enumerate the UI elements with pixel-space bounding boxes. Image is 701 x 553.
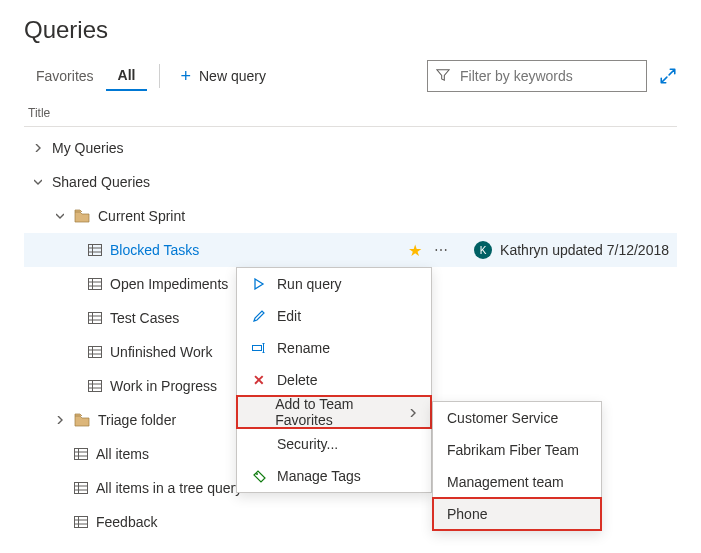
tree-node-my-queries[interactable]: My Queries	[24, 131, 677, 165]
menu-manage-tags[interactable]: Manage Tags	[237, 460, 431, 492]
query-icon	[88, 346, 102, 358]
menu-label: Delete	[277, 372, 317, 388]
submenu-label: Phone	[447, 506, 487, 522]
filter-input[interactable]	[427, 60, 647, 92]
more-actions-button[interactable]: ⋯	[430, 242, 454, 258]
filter-text[interactable]	[458, 67, 638, 85]
expand-icon[interactable]	[659, 67, 677, 85]
star-icon[interactable]: ★	[408, 241, 422, 260]
query-icon	[74, 516, 88, 528]
query-icon	[88, 244, 102, 256]
svg-point-36	[256, 473, 258, 475]
menu-add-team-favorites[interactable]: Add to Team Favorites	[237, 396, 431, 428]
tree-node-current-sprint[interactable]: Current Sprint	[24, 199, 677, 233]
submenu-label: Fabrikam Fiber Team	[447, 442, 579, 458]
tree-query-icon	[74, 482, 88, 494]
svg-rect-20	[75, 449, 88, 460]
tree-node-shared-queries[interactable]: Shared Queries	[24, 165, 677, 199]
menu-delete[interactable]: ✕ Delete	[237, 364, 431, 396]
tree-item-blocked-tasks[interactable]: Blocked Tasks ★ ⋯ K Kathryn updated 7/12…	[24, 233, 677, 267]
menu-label: Security...	[277, 436, 338, 452]
svg-rect-28	[75, 517, 88, 528]
menu-label: Manage Tags	[277, 468, 361, 484]
plus-icon: +	[180, 67, 191, 85]
menu-label: Run query	[277, 276, 342, 292]
submenu-label: Management team	[447, 474, 564, 490]
svg-rect-4	[89, 279, 102, 290]
menu-edit[interactable]: Edit	[237, 300, 431, 332]
delete-icon: ✕	[251, 372, 267, 388]
query-icon	[74, 448, 88, 460]
tag-icon	[251, 470, 267, 483]
toolbar: Favorites All + New query	[24, 60, 677, 92]
item-meta: Kathryn updated 7/12/2018	[500, 242, 669, 258]
submenu-item[interactable]: Customer Service	[433, 402, 601, 434]
query-icon	[88, 278, 102, 290]
separator	[159, 64, 160, 88]
tree-label: My Queries	[52, 140, 669, 156]
folder-icon	[74, 209, 90, 223]
svg-rect-8	[89, 313, 102, 324]
chevron-right-icon	[409, 404, 417, 420]
chevron-right-icon[interactable]	[32, 144, 44, 152]
play-icon	[251, 278, 267, 290]
chevron-down-icon[interactable]	[32, 178, 44, 186]
rename-icon	[251, 343, 267, 353]
pencil-icon	[251, 310, 267, 322]
team-favorites-submenu: Customer Service Fabrikam Fiber Team Man…	[432, 401, 602, 531]
avatar: K	[474, 241, 492, 259]
svg-rect-12	[89, 347, 102, 358]
chevron-down-icon[interactable]	[54, 212, 66, 220]
svg-rect-24	[75, 483, 88, 494]
submenu-item[interactable]: Fabrikam Fiber Team	[433, 434, 601, 466]
query-tree: My Queries Shared Queries Current Sprint…	[24, 131, 677, 539]
menu-rename[interactable]: Rename	[237, 332, 431, 364]
menu-label: Edit	[277, 308, 301, 324]
svg-rect-0	[89, 245, 102, 256]
chevron-right-icon[interactable]	[54, 416, 66, 424]
tree-label: Blocked Tasks	[110, 242, 400, 258]
svg-rect-32	[253, 346, 262, 351]
tab-favorites[interactable]: Favorites	[24, 62, 106, 90]
menu-run-query[interactable]: Run query	[237, 268, 431, 300]
new-query-button[interactable]: + New query	[172, 63, 273, 89]
query-icon	[88, 312, 102, 324]
column-title: Title	[24, 100, 677, 127]
filter-icon	[436, 68, 450, 85]
menu-security[interactable]: Security...	[237, 428, 431, 460]
submenu-label: Customer Service	[447, 410, 558, 426]
new-query-label: New query	[199, 68, 266, 84]
submenu-item-phone[interactable]: Phone	[433, 498, 601, 530]
tree-label: Current Sprint	[98, 208, 669, 224]
folder-icon	[74, 413, 90, 427]
menu-label: Rename	[277, 340, 330, 356]
tab-all[interactable]: All	[106, 61, 148, 91]
query-icon	[88, 380, 102, 392]
svg-rect-16	[89, 381, 102, 392]
page-title: Queries	[24, 16, 677, 44]
context-menu: Run query Edit Rename ✕ Delete Add to Te…	[236, 267, 432, 493]
tree-label: Shared Queries	[52, 174, 669, 190]
menu-label: Add to Team Favorites	[275, 396, 399, 428]
submenu-item[interactable]: Management team	[433, 466, 601, 498]
